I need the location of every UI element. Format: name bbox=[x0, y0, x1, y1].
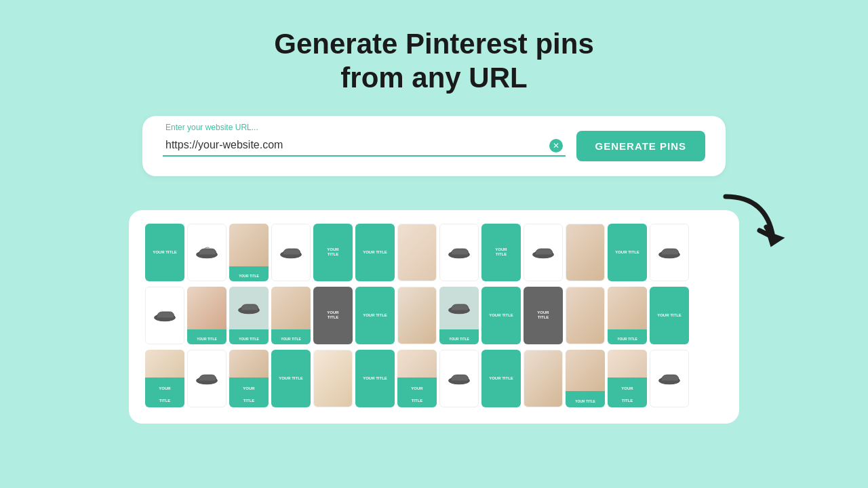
pin-footer: YOURTITLE bbox=[229, 378, 269, 407]
shoe-icon bbox=[531, 244, 555, 260]
pin-footer-text: YOUR TITLE bbox=[239, 274, 259, 278]
pin-title: YOURTITLE bbox=[495, 247, 507, 257]
pin-card[interactable] bbox=[439, 350, 479, 407]
pin-image-area bbox=[229, 287, 269, 329]
pin-card[interactable]: YOURTITLE bbox=[145, 350, 184, 407]
url-clear-button[interactable]: ✕ bbox=[549, 139, 563, 152]
pin-footer-text: YOURTITLE bbox=[243, 386, 254, 403]
shoe-icon bbox=[657, 370, 682, 386]
pin-title: YOUR TITLE bbox=[363, 313, 387, 318]
pin-card[interactable]: YOUR TITLE bbox=[187, 287, 226, 344]
pin-card[interactable]: YOURTITLE bbox=[397, 350, 437, 407]
pin-card[interactable] bbox=[524, 224, 563, 281]
pin-image-area bbox=[566, 350, 605, 391]
url-input-label: Enter your website URL... bbox=[165, 123, 258, 132]
pin-row-1: YOUR TITLE YOUR TITLE bbox=[145, 224, 723, 281]
pin-image-area bbox=[229, 224, 269, 266]
pin-footer: YOUR TITLE bbox=[439, 329, 479, 344]
pin-image-area bbox=[608, 287, 647, 329]
pin-card[interactable] bbox=[187, 350, 226, 407]
pin-title: YOUR TITLE bbox=[153, 250, 177, 255]
shoe-icon bbox=[657, 244, 682, 260]
pin-card[interactable]: YOUR TITLE bbox=[439, 287, 479, 344]
pin-title: YOURTITLE bbox=[537, 310, 549, 320]
pin-card[interactable] bbox=[313, 350, 353, 407]
url-section: Enter your website URL... ✕ GENERATE PIN… bbox=[142, 116, 726, 176]
pin-footer: YOURTITLE bbox=[145, 378, 184, 407]
pins-grid: YOUR TITLE YOUR TITLE bbox=[145, 224, 723, 410]
pin-card[interactable]: YOUR TITLE bbox=[271, 350, 311, 407]
pin-card[interactable]: YOURTITLE bbox=[313, 287, 353, 344]
pin-card[interactable]: YOUR TITLE bbox=[355, 350, 395, 407]
pin-card[interactable] bbox=[187, 224, 226, 281]
pin-footer-text: YOUR TITLE bbox=[281, 337, 301, 341]
pin-card[interactable]: YOUR TITLE bbox=[229, 224, 269, 281]
pin-footer: YOUR TITLE bbox=[229, 329, 269, 344]
page-title: Generate Pinterest pins from any URL bbox=[274, 27, 594, 96]
pin-footer: YOUR TITLE bbox=[187, 329, 226, 344]
generate-pins-button[interactable]: GENERATE PINS bbox=[576, 131, 705, 161]
pin-card[interactable]: YOURTITLE bbox=[481, 224, 521, 281]
pin-card[interactable]: YOUR TITLE bbox=[355, 287, 395, 344]
pin-card[interactable]: YOUR TITLE bbox=[608, 224, 647, 281]
shoe-icon bbox=[195, 370, 219, 386]
pin-card[interactable] bbox=[650, 224, 689, 281]
pin-image-area bbox=[608, 350, 647, 378]
pin-footer: YOURTITLE bbox=[608, 378, 647, 407]
pin-title: YOUR TITLE bbox=[279, 376, 303, 381]
url-input[interactable] bbox=[163, 135, 566, 157]
pin-card[interactable] bbox=[566, 224, 605, 281]
pin-card[interactable]: YOURTITLE bbox=[524, 287, 563, 344]
pin-title: YOUR TITLE bbox=[363, 250, 387, 255]
pin-title: YOUR TITLE bbox=[489, 376, 513, 381]
url-input-wrapper: Enter your website URL... ✕ bbox=[163, 135, 566, 157]
pin-footer: YOUR TITLE bbox=[566, 391, 605, 407]
pin-card[interactable] bbox=[271, 224, 311, 281]
pin-card[interactable] bbox=[145, 287, 184, 344]
shoe-icon bbox=[447, 300, 471, 316]
pin-image-area bbox=[229, 350, 269, 378]
pin-title: YOUR TITLE bbox=[615, 250, 639, 255]
pin-image-area bbox=[439, 287, 479, 329]
shoe-icon bbox=[153, 307, 177, 323]
pin-card[interactable]: YOUR TITLE bbox=[271, 287, 311, 344]
pin-card[interactable] bbox=[524, 350, 563, 407]
pin-card[interactable] bbox=[650, 350, 689, 407]
pin-footer: YOUR TITLE bbox=[271, 329, 311, 344]
pin-card[interactable]: YOUR TITLE bbox=[355, 224, 395, 281]
shoe-icon bbox=[447, 244, 471, 260]
pin-card[interactable]: YOUR TITLE bbox=[481, 350, 521, 407]
pin-card[interactable]: YOURTITLE bbox=[229, 350, 269, 407]
pin-card[interactable]: YOUR TITLE bbox=[566, 350, 605, 407]
pin-footer-text: YOUR TITLE bbox=[617, 337, 637, 341]
pin-card[interactable] bbox=[397, 287, 437, 344]
pin-footer-text: YOUR TITLE bbox=[239, 337, 259, 341]
pin-title: YOUR TITLE bbox=[489, 313, 513, 318]
pin-card[interactable]: YOUR TITLE bbox=[608, 287, 647, 344]
pin-card[interactable]: YOUR TITLE bbox=[145, 224, 184, 281]
pin-card[interactable]: YOUR TITLE bbox=[229, 287, 269, 344]
shoe-icon bbox=[279, 244, 303, 260]
pin-row-3: YOURTITLE YOURTITLE YOUR TITLE bbox=[145, 350, 723, 407]
shoe-icon bbox=[447, 370, 471, 386]
pin-footer: YOUR TITLE bbox=[229, 266, 269, 281]
pins-section: YOUR TITLE YOUR TITLE bbox=[129, 210, 739, 424]
pin-footer: YOUR TITLE bbox=[608, 329, 647, 344]
pin-image-area bbox=[397, 350, 437, 378]
pin-footer-text: YOUR TITLE bbox=[575, 399, 595, 403]
pin-image-area bbox=[271, 287, 311, 329]
pin-card[interactable]: YOUR TITLE bbox=[650, 287, 689, 344]
pin-card[interactable]: YOURTITLE bbox=[608, 350, 647, 407]
pin-image-area bbox=[187, 287, 226, 329]
pin-card[interactable] bbox=[397, 224, 437, 281]
pin-title: YOUR TITLE bbox=[363, 376, 387, 381]
pin-card[interactable]: YOUR TITLE bbox=[481, 287, 521, 344]
pin-footer-text: YOUR TITLE bbox=[197, 337, 217, 341]
shoe-icon bbox=[237, 300, 261, 316]
pin-card[interactable] bbox=[566, 287, 605, 344]
pin-title: YOUR TITLE bbox=[657, 313, 682, 318]
pin-card[interactable]: YOURTITLE bbox=[313, 224, 353, 281]
pin-card[interactable] bbox=[439, 224, 479, 281]
pin-footer-text: YOURTITLE bbox=[411, 386, 422, 403]
pin-footer-text: YOURTITLE bbox=[621, 386, 633, 403]
